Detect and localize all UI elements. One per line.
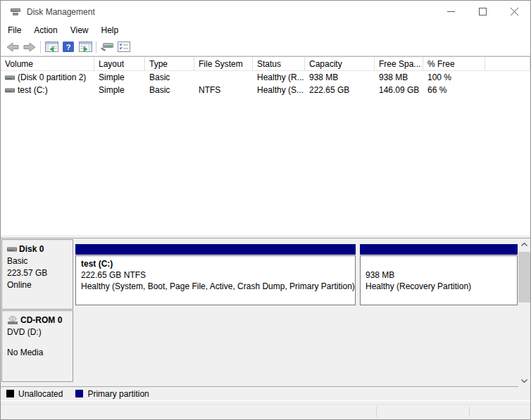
volume-list: Volume Layout Type File System Status Ca… xyxy=(1,56,530,235)
partition-color-bar xyxy=(360,244,518,255)
blank-line xyxy=(7,337,68,345)
cell-pct-free: 100 % xyxy=(423,72,485,82)
menu-bar: File Action View Help xyxy=(1,23,530,38)
cdrom-row: CD-ROM 0 DVD (D:) No Media xyxy=(1,310,518,382)
cell-capacity: 938 MB xyxy=(305,72,375,82)
partition-color-bar xyxy=(75,244,356,255)
forward-icon[interactable] xyxy=(21,39,38,55)
volume-icon xyxy=(5,87,15,94)
disk-kind: DVD (D:) xyxy=(7,327,68,337)
table-row[interactable]: test (C:) Simple Basic NTFS Healthy (S..… xyxy=(1,84,530,96)
statusbar-divider xyxy=(376,407,377,417)
disk-state: Online xyxy=(7,280,68,290)
volume-list-header: Volume Layout Type File System Status Ca… xyxy=(1,57,530,71)
partition-title: test (C:) xyxy=(81,259,350,270)
unallocated-swatch xyxy=(6,390,14,397)
cell-free-space: 938 MB xyxy=(375,72,423,82)
cell-pct-free: 66 % xyxy=(423,85,485,95)
title-bar: Disk Management xyxy=(1,1,530,23)
partition-size: 222.65 GB NTFS xyxy=(81,270,350,281)
disk-name: CD-ROM 0 xyxy=(20,315,62,325)
column-header-capacity[interactable]: Capacity xyxy=(305,57,375,70)
scrollbar-thumb[interactable] xyxy=(518,252,530,303)
cell-capacity: 222.65 GB xyxy=(305,85,375,95)
disk-management-app-icon xyxy=(10,7,21,17)
graphical-view: Disk 0 Basic 223.57 GB Online test (C:) … xyxy=(1,238,530,386)
menu-action[interactable]: Action xyxy=(27,23,63,37)
maximize-button[interactable] xyxy=(467,1,499,23)
volume-name: test (C:) xyxy=(18,85,48,95)
cell-type: Basic xyxy=(145,72,194,82)
cdrom-label-panel[interactable]: CD-ROM 0 DVD (D:) No Media xyxy=(1,310,73,382)
volume-name: (Disk 0 partition 2) xyxy=(18,72,86,82)
toolbar-separator xyxy=(96,41,96,53)
scroll-down-icon[interactable] xyxy=(518,375,530,387)
menu-file[interactable]: File xyxy=(1,23,27,37)
legend-primary-partition: Primary partition xyxy=(75,389,149,399)
back-icon[interactable] xyxy=(4,39,21,55)
disk-management-icon[interactable] xyxy=(99,39,115,55)
close-button[interactable] xyxy=(499,1,530,23)
column-header-type[interactable]: Type xyxy=(145,57,194,70)
column-header-free-space[interactable]: Free Spa... xyxy=(375,57,423,70)
toolbar: ? xyxy=(1,38,530,56)
legend-bar: Unallocated Primary partition xyxy=(1,386,530,400)
volume-icon xyxy=(5,74,15,82)
partition-size: 938 MB xyxy=(366,270,512,281)
svg-text:?: ? xyxy=(66,43,71,51)
cdrom-icon xyxy=(7,316,18,325)
menu-view[interactable]: View xyxy=(64,23,95,37)
primary-partition-swatch xyxy=(75,390,83,397)
disk0-label-panel[interactable]: Disk 0 Basic 223.57 GB Online xyxy=(1,239,73,310)
statusbar-divider xyxy=(469,407,470,417)
graphical-view-scrollbar[interactable] xyxy=(518,238,530,387)
disk0-row: Disk 0 Basic 223.57 GB Online test (C:) … xyxy=(1,238,518,310)
column-header-filler xyxy=(485,57,530,70)
partition-c[interactable]: test (C:) 222.65 GB NTFS Healthy (System… xyxy=(75,244,356,305)
disk-kind: Basic xyxy=(7,256,68,266)
help-icon[interactable]: ? xyxy=(60,39,77,55)
column-header-status[interactable]: Status xyxy=(253,57,305,70)
column-header-pct-free[interactable]: % Free xyxy=(423,57,485,70)
cell-free-space: 146.09 GB xyxy=(375,85,423,95)
window-title: Disk Management xyxy=(27,7,95,17)
partition-title xyxy=(366,259,512,270)
partition-status: Healthy (System, Boot, Page File, Active… xyxy=(81,281,350,293)
menu-help[interactable]: Help xyxy=(95,23,125,37)
disk-icon xyxy=(7,246,17,253)
show-action-pane-icon[interactable] xyxy=(77,39,94,55)
disk-management-window: Disk Management File Action View Help xyxy=(0,0,531,420)
disk-name: Disk 0 xyxy=(19,244,44,254)
legend-unallocated: Unallocated xyxy=(6,389,63,399)
status-bar xyxy=(1,404,530,419)
toolbar-separator xyxy=(40,41,41,53)
cell-type: Basic xyxy=(145,85,194,95)
legend-label: Primary partition xyxy=(87,389,149,399)
partition-status: Healthy (Recovery Partition) xyxy=(366,281,512,293)
cell-layout: Simple xyxy=(94,85,145,95)
disk-size: 223.57 GB xyxy=(7,268,68,278)
partition-recovery[interactable]: 938 MB Healthy (Recovery Partition) xyxy=(360,244,518,305)
cell-status: Healthy (R... xyxy=(253,72,305,82)
scroll-up-icon[interactable] xyxy=(518,238,530,250)
cell-file-system: NTFS xyxy=(194,85,253,95)
cell-status: Healthy (S... xyxy=(253,85,305,95)
table-row[interactable]: (Disk 0 partition 2) Simple Basic Health… xyxy=(1,71,530,84)
show-console-tree-icon[interactable] xyxy=(43,39,60,55)
column-header-volume[interactable]: Volume xyxy=(1,57,94,70)
properties-icon[interactable] xyxy=(115,39,132,55)
column-header-layout[interactable]: Layout xyxy=(94,57,145,70)
disk-state: No Media xyxy=(7,348,68,357)
minimize-button[interactable] xyxy=(435,1,467,23)
legend-label: Unallocated xyxy=(18,389,63,399)
cell-layout: Simple xyxy=(94,72,145,82)
column-header-file-system[interactable]: File System xyxy=(194,57,253,70)
